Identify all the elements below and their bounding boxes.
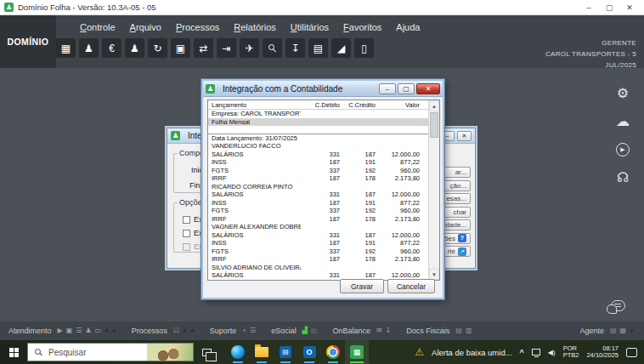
dialog-titlebar[interactable]: ♟ Integração com a Contabilidade – ▢ ✕ — [203, 81, 443, 97]
list-row[interactable]: IRRF1871782.173,80 — [208, 174, 428, 183]
play-circle-icon[interactable]: ▶ — [616, 143, 630, 156]
status-indicator-icon[interactable]: ↧ — [386, 327, 392, 335]
status-indicator-icon[interactable]: ● — [183, 327, 187, 335]
taskbar-search-input[interactable]: Pesquisar — [27, 343, 194, 361]
list-row[interactable]: INSS187191877,22 — [208, 239, 428, 247]
cloud-upload-icon[interactable]: ☁ — [616, 115, 630, 128]
hidden-icons-chevron[interactable]: ^ — [520, 348, 524, 356]
employee-icon[interactable]: ♟ — [79, 38, 99, 58]
window-maximize-button[interactable]: ▢ — [599, 3, 619, 12]
vertical-scrollbar[interactable]: ▲ ▼ — [428, 100, 439, 280]
status-indicator-icon[interactable]: ▦ — [620, 327, 627, 335]
status-indicator-icon[interactable]: ▥ — [466, 327, 472, 335]
taskbar-chrome-icon[interactable] — [321, 340, 345, 364]
list-row[interactable]: RICARDO CORREIA PINTO — [208, 183, 428, 191]
list-row[interactable] — [208, 126, 428, 134]
status-indicator-icon[interactable]: ▤ — [455, 327, 462, 335]
exit-door-icon[interactable]: ▯ — [354, 38, 374, 58]
rescission-icon[interactable]: ⇥ — [217, 38, 236, 58]
task-view-button[interactable] — [194, 349, 219, 356]
window-close-button[interactable]: ✕ — [619, 3, 640, 12]
document-sync-icon[interactable]: ↻ — [148, 38, 167, 58]
status-indicator-icon[interactable]: ♟ — [85, 327, 91, 335]
search-highlight-image[interactable] — [147, 344, 193, 361]
list-row[interactable]: SALÁRIOS33118712.000,00 — [208, 151, 428, 159]
status-indicator-icon[interactable]: ☑ — [173, 327, 179, 335]
cancelar-button[interactable]: Cancelar — [387, 279, 435, 293]
status-indicator-icon[interactable]: ▶ — [58, 327, 63, 335]
list-row[interactable]: Data Lançamento: 31/07/2025 — [208, 134, 428, 143]
support-headset-icon[interactable]: ☊ — [617, 171, 629, 185]
status-indicator-icon[interactable]: ☰ — [76, 327, 82, 335]
list-row[interactable]: FGTS337192960,00 — [208, 207, 428, 215]
list-row[interactable]: Empresa: CAROL TRANSPORTES LTDA — [208, 110, 428, 118]
list-row[interactable]: VAGNER ALEXANDRE DOBRE — [208, 223, 428, 231]
chart-icon[interactable]: ◢ — [331, 38, 351, 58]
menu-ajuda[interactable]: Ajuda — [396, 22, 420, 32]
employee-search-icon[interactable]: ♟ — [125, 38, 144, 58]
list-row[interactable]: VANDERLUCIO FACCO — [208, 142, 428, 151]
notification-center-icon[interactable] — [626, 348, 637, 357]
menu-favoritos[interactable]: Favoritos — [343, 22, 381, 32]
taskbar-store-icon[interactable]: ▤ — [274, 340, 297, 364]
list-row[interactable]: IRRF1871782.173,80 — [208, 255, 428, 264]
list-row[interactable]: SILVIO ADRIANO DE OLIVEIRA — [208, 264, 428, 272]
status-indicator-icon[interactable]: ● — [630, 327, 634, 335]
status-indicator-icon[interactable]: ● — [112, 327, 116, 335]
values-currency-icon[interactable]: € — [102, 38, 121, 58]
speaker-icon[interactable]: ◀) — [548, 349, 556, 356]
list-row[interactable]: SALÁRIOS33118712.000,00 — [208, 191, 428, 199]
taskbar-explorer-icon[interactable] — [250, 340, 274, 364]
list-row[interactable]: INSS187191877,22 — [208, 199, 428, 208]
vacation-airplane-icon[interactable]: ✈ — [240, 38, 259, 58]
status-indicator-icon[interactable]: + — [242, 327, 246, 335]
status-indicator-icon[interactable]: ☰ — [250, 327, 256, 335]
menu-arquivo[interactable]: Arquivo — [130, 22, 161, 32]
status-indicator-icon[interactable]: ● — [190, 327, 195, 335]
list-row[interactable]: FGTS337192960,00 — [208, 247, 428, 256]
menu-processos[interactable]: Processos — [176, 22, 219, 32]
start-button[interactable] — [0, 340, 27, 364]
bg-close-button[interactable]: ✕ — [457, 131, 472, 141]
dialog-close-button[interactable]: ✕ — [416, 83, 440, 94]
chat-bubbles-icon[interactable] — [611, 300, 625, 311]
taskbar-outlook-icon[interactable]: O — [297, 340, 321, 364]
menu-relatórios[interactable]: Relatórios — [234, 22, 276, 32]
list-row[interactable]: INSS187191877,22 — [208, 158, 428, 167]
company-building-icon[interactable]: ▦ — [56, 38, 76, 58]
checkbox-icon[interactable] — [183, 230, 190, 237]
transfer-icon[interactable]: ⇄ — [194, 38, 213, 58]
list-row[interactable]: FGTS337192960,00 — [208, 167, 428, 175]
taskbar-dominio-icon[interactable]: ▦ — [345, 340, 369, 364]
warning-triangle-icon[interactable]: ⚠ — [415, 346, 424, 358]
status-indicator-icon[interactable]: ▭ — [95, 327, 102, 335]
window-minimize-button[interactable]: – — [579, 3, 599, 12]
dialog-minimize-button[interactable]: – — [379, 83, 396, 94]
calculator-icon[interactable]: ▤ — [308, 38, 328, 58]
status-indicator-icon[interactable]: ▣ — [66, 327, 73, 335]
menu-utilitários[interactable]: Utilitários — [291, 22, 329, 32]
import-download-icon[interactable]: ↧ — [285, 38, 305, 58]
status-indicator-icon[interactable]: ▤ — [610, 327, 617, 335]
status-indicator-icon[interactable]: ✉ — [376, 327, 382, 335]
scroll-thumb[interactable] — [430, 112, 438, 138]
language-indicator[interactable]: POR PTB2 — [563, 345, 579, 360]
tray-alert-text[interactable]: Alerta de baixa umid... — [432, 348, 512, 357]
checkbox-icon[interactable] — [183, 216, 190, 224]
network-icon[interactable] — [532, 349, 540, 355]
settings-gear-icon[interactable]: ⚙ — [617, 87, 629, 100]
list-row[interactable]: SALÁRIOS33118712.000,00 — [208, 231, 428, 240]
gravar-button[interactable]: Gravar — [340, 279, 384, 293]
list-row[interactable]: IRRF1871782.173,80 — [208, 215, 428, 224]
list-row[interactable]: Folha Mensal — [208, 118, 428, 127]
taskbar-edge-icon[interactable] — [226, 340, 250, 364]
status-indicator-icon[interactable]: ● — [105, 327, 109, 335]
scroll-up-icon[interactable]: ▲ — [429, 100, 439, 111]
search-icon[interactable] — [263, 38, 282, 58]
dialog-maximize-button[interactable]: ▢ — [398, 83, 415, 94]
menu-controle[interactable]: Controle — [80, 22, 116, 32]
calendar-icon[interactable]: ▣ — [171, 38, 190, 58]
status-indicator-icon[interactable]: ▟ — [302, 327, 308, 335]
status-indicator-icon[interactable]: ▤ — [311, 327, 318, 335]
clock[interactable]: 08:17 24/10/2025 — [586, 345, 619, 360]
